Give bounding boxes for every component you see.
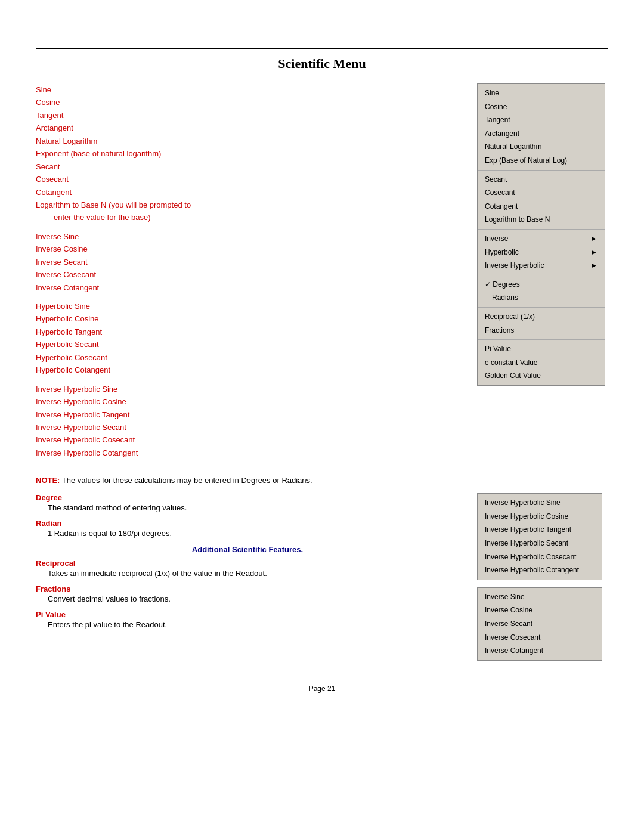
menu-item-label: Inverse xyxy=(485,233,508,244)
menu-section-3: Inverse ► Hyperbolic ► Inverse Hyperboli… xyxy=(478,230,605,275)
list-item: Inverse Cotangent xyxy=(36,281,459,294)
menu-item-reciprocal[interactable]: Reciprocal (1/x) xyxy=(478,310,605,324)
menu-section-4: Degrees Radians xyxy=(478,275,605,308)
list-item: Sine xyxy=(36,83,459,96)
list-item: Hyperbolic Tangent xyxy=(36,326,459,338)
menu-item[interactable]: Tangent xyxy=(478,113,605,127)
menu-item[interactable]: Inverse Hyperbolic Secant xyxy=(478,537,602,550)
list-item: Inverse Sine xyxy=(36,230,459,243)
desc-fractions: Fractions Convert decimal values to frac… xyxy=(36,584,459,605)
menu-item-inverse[interactable]: Inverse ► xyxy=(478,232,605,246)
arrow-icon: ► xyxy=(590,247,597,258)
fractions-label: Fractions xyxy=(36,584,459,593)
list-item: Arctangent xyxy=(36,122,459,134)
desc-pi: Pi Value Enters the pi value to the Read… xyxy=(36,610,459,631)
list-item: Natural Logarithm xyxy=(36,135,459,147)
list-item: Exponent (base of natural logarithm) xyxy=(36,147,459,160)
fractions-text: Convert decimal values to fractions. xyxy=(36,593,459,605)
menu-item[interactable]: Inverse Secant xyxy=(478,617,602,631)
list-item: Cosine xyxy=(36,96,459,109)
radian-text: 1 Radian is equal to 180/pi degrees. xyxy=(36,528,459,540)
list-item: Logarithm to Base N (you will be prompte… xyxy=(36,199,459,211)
menu-item[interactable]: Inverse Hyperbolic Cosine xyxy=(478,510,602,524)
note-text: The values for these calculations may be… xyxy=(62,476,312,485)
menu-item-e[interactable]: e constant Value xyxy=(478,356,605,370)
menu-item-label: Hyperbolic xyxy=(485,247,519,258)
right-menu-column: Sine Cosine Tangent Arctangent Natural L… xyxy=(477,83,608,465)
menu-item[interactable]: Sine xyxy=(478,86,605,100)
group-inverse: Inverse Sine Inverse Cosine Inverse Seca… xyxy=(36,230,459,294)
menu-item-inverse-hyperbolic[interactable]: Inverse Hyperbolic ► xyxy=(478,259,605,272)
menu-item[interactable]: Logarithm to Base N xyxy=(478,213,605,227)
group-basic: Sine Cosine Tangent Arctangent Natural L… xyxy=(36,83,459,224)
inverse-hyperbolic-menu: Inverse Hyperbolic Sine Inverse Hyperbol… xyxy=(477,493,602,580)
menu-section-6: Pi Value e constant Value Golden Cut Val… xyxy=(478,340,605,385)
scientific-menu-box: Sine Cosine Tangent Arctangent Natural L… xyxy=(477,83,605,386)
list-item: Cotangent xyxy=(36,186,459,199)
menu-item[interactable]: Inverse Cosine xyxy=(478,603,602,617)
list-item: Hyperbolic Cosecant xyxy=(36,351,459,364)
menu-item-label: Inverse Hyperbolic xyxy=(485,260,544,271)
reciprocal-label: Reciprocal xyxy=(36,559,459,568)
menu-item[interactable]: Inverse Sine xyxy=(478,590,602,604)
menu-item-fractions[interactable]: Fractions xyxy=(478,324,605,337)
menu-item-pi[interactable]: Pi Value xyxy=(478,342,605,356)
list-item: Inverse Hyperbolic Cosecant xyxy=(36,433,459,446)
bottom-right: Inverse Hyperbolic Sine Inverse Hyperbol… xyxy=(477,493,608,661)
menu-item[interactable]: Secant xyxy=(478,173,605,187)
desc-radian: Radian 1 Radian is equal to 180/pi degre… xyxy=(36,519,459,540)
menu-item[interactable]: Inverse Hyperbolic Cosecant xyxy=(478,550,602,564)
menu-item[interactable]: Cosecant xyxy=(478,186,605,200)
additional-label: Additional Scientific Features. xyxy=(36,545,459,554)
list-item: Secant xyxy=(36,160,459,173)
reciprocal-text: Takes an immediate reciprocal (1/x) of t… xyxy=(36,568,459,580)
list-item: Hyperbolic Cotangent xyxy=(36,364,459,376)
menu-item[interactable]: Exp (Base of Natural Log) xyxy=(478,154,605,168)
page-number: Page 21 xyxy=(36,685,608,693)
list-item: Hyperbolic Sine xyxy=(36,300,459,312)
desc-additional: Additional Scientific Features. xyxy=(36,545,459,554)
list-item: Hyperbolic Cosine xyxy=(36,312,459,325)
list-item: Inverse Secant xyxy=(36,256,459,268)
main-content: Sine Cosine Tangent Arctangent Natural L… xyxy=(36,83,608,465)
list-item: Cosecant xyxy=(36,173,459,185)
menu-item[interactable]: Inverse Hyperbolic Tangent xyxy=(478,523,602,537)
inverse-menu: Inverse Sine Inverse Cosine Inverse Seca… xyxy=(477,587,602,661)
list-item: Inverse Hyperbolic Secant xyxy=(36,421,459,433)
list-item: Inverse Hyperbolic Sine xyxy=(36,383,459,395)
menu-section-2: Secant Cosecant Cotangent Logarithm to B… xyxy=(478,171,605,230)
menu-item-golden[interactable]: Golden Cut Value xyxy=(478,369,605,383)
menu-item[interactable]: Cosine xyxy=(478,100,605,114)
note-label: NOTE: xyxy=(36,476,60,485)
menu-section-5: Reciprocal (1/x) Fractions xyxy=(478,308,605,340)
degree-label: Degree xyxy=(36,493,459,502)
menu-item[interactable]: Inverse Hyperbolic Cotangent xyxy=(478,563,602,577)
menu-item-hyperbolic[interactable]: Hyperbolic ► xyxy=(478,246,605,259)
pi-label: Pi Value xyxy=(36,610,459,619)
list-item: Inverse Cosine xyxy=(36,243,459,255)
bottom-section: Degree The standard method of entering v… xyxy=(36,493,608,661)
list-item: enter the value for the base) xyxy=(36,211,459,224)
group-inverse-hyperbolic: Inverse Hyperbolic Sine Inverse Hyperbol… xyxy=(36,383,459,460)
menu-item[interactable]: Inverse Cosecant xyxy=(478,631,602,645)
menu-item[interactable]: Arctangent xyxy=(478,127,605,141)
list-item: Tangent xyxy=(36,109,459,122)
list-item: Inverse Hyperbolic Tangent xyxy=(36,408,459,421)
menu-item[interactable]: Cotangent xyxy=(478,200,605,213)
bottom-left: Degree The standard method of entering v… xyxy=(36,493,459,661)
list-item: Hyperbolic Secant xyxy=(36,338,459,351)
group-hyperbolic: Hyperbolic Sine Hyperbolic Cosine Hyperb… xyxy=(36,300,459,377)
menu-item[interactable]: Inverse Hyperbolic Sine xyxy=(478,496,602,510)
note-line: NOTE: The values for these calculations … xyxy=(36,476,608,485)
arrow-icon: ► xyxy=(590,233,597,244)
arrow-icon: ► xyxy=(590,260,597,271)
left-column: Sine Cosine Tangent Arctangent Natural L… xyxy=(36,83,459,465)
page-title: Scientific Menu xyxy=(36,48,608,72)
menu-section-1: Sine Cosine Tangent Arctangent Natural L… xyxy=(478,84,605,171)
pi-text: Enters the pi value to the Readout. xyxy=(36,619,459,631)
menu-item-degrees[interactable]: Degrees xyxy=(478,278,605,292)
menu-item-radians[interactable]: Radians xyxy=(478,291,605,305)
list-item: Inverse Hyperbolic Cotangent xyxy=(36,447,459,459)
menu-item[interactable]: Inverse Cotangent xyxy=(478,644,602,658)
menu-item[interactable]: Natural Logarithm xyxy=(478,140,605,154)
